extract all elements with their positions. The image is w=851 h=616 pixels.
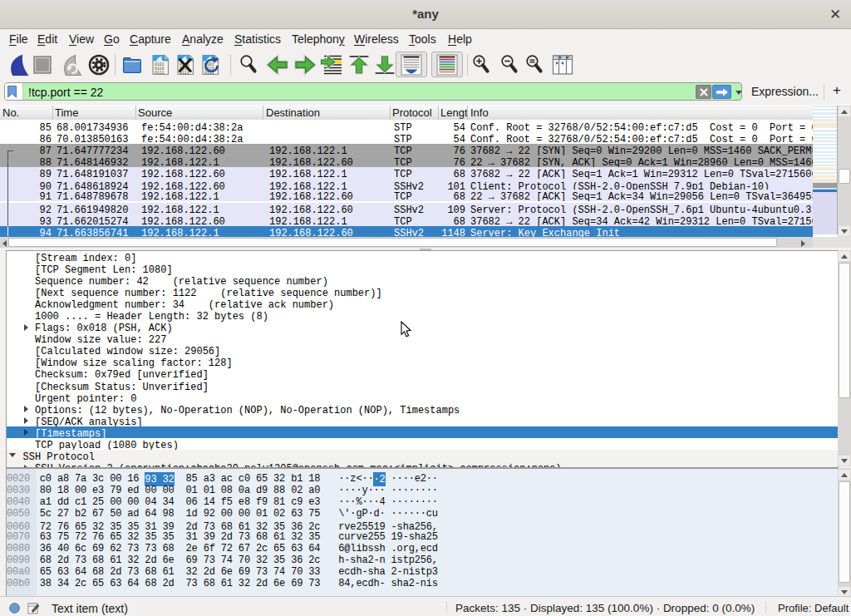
svg-text:0111: 0111 (155, 71, 165, 75)
